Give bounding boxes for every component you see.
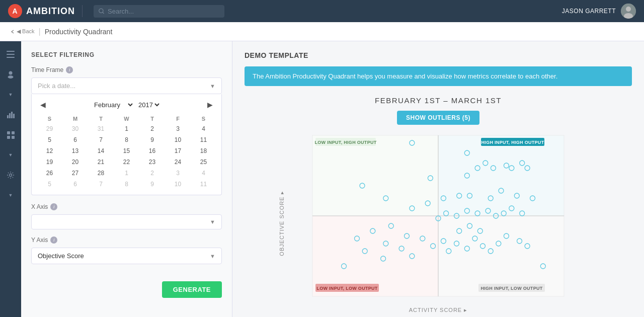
sidebar-icon-grid[interactable] [2, 126, 20, 144]
calendar-day[interactable]: 22 [114, 156, 139, 168]
svg-rect-19 [312, 135, 438, 216]
calendar-day[interactable]: 1 [114, 123, 139, 134]
search-bar[interactable] [94, 5, 224, 18]
y-axis-arrow-icon: ▼ [210, 253, 215, 259]
x-axis-chart-label: Activity Score ▸ [245, 307, 632, 313]
calendar-day[interactable]: 3 [165, 168, 191, 179]
nav-right: Jason Garrett [562, 4, 636, 19]
calendar-grid: S M T W T F S 29303112345678910111213141… [37, 114, 216, 190]
calendar-day[interactable]: 16 [139, 145, 165, 156]
col-sat: S [191, 114, 216, 123]
sidebar-icons: ▼ ▼ ▼ [0, 41, 21, 317]
svg-rect-20 [438, 135, 564, 216]
calendar-day[interactable]: 21 [88, 156, 114, 168]
svg-rect-11 [9, 113, 11, 118]
calendar-day[interactable]: 30 [62, 123, 88, 134]
col-fri: F [165, 114, 191, 123]
calendar-day[interactable]: 20 [62, 156, 88, 168]
avatar [621, 4, 636, 19]
calendar-day[interactable]: 1 [114, 168, 139, 179]
calendar-day[interactable]: 17 [165, 145, 191, 156]
calendar-day[interactable]: 18 [191, 145, 216, 156]
calendar-day[interactable]: 4 [191, 168, 216, 179]
calendar-month-year: January February March April May June Ju… [92, 101, 161, 109]
y-axis-chart-label: Objective Score ▸ [279, 191, 285, 256]
calendar-day[interactable]: 2 [139, 123, 165, 134]
generate-button[interactable]: GENERATE [162, 281, 222, 298]
calendar-day[interactable]: 12 [37, 145, 62, 156]
sidebar-icon-menu[interactable] [2, 45, 20, 63]
calendar-day[interactable]: 6 [62, 134, 88, 145]
calendar-day[interactable]: 11 [191, 179, 216, 190]
svg-rect-15 [12, 131, 15, 134]
back-icon [10, 29, 15, 34]
x-axis-info-icon[interactable]: i [50, 203, 57, 210]
calendar-day[interactable]: 31 [88, 123, 114, 134]
breadcrumb-title: Productivity Quadrant [45, 28, 113, 36]
sidebar-icon-chevron-2[interactable]: ▼ [2, 146, 20, 164]
calendar-day[interactable]: 27 [62, 168, 88, 179]
svg-rect-5 [7, 51, 15, 52]
month-select[interactable]: January February March April May June Ju… [92, 101, 134, 109]
calendar-day[interactable]: 7 [88, 179, 114, 190]
calendar-day[interactable]: 10 [165, 134, 191, 145]
sidebar-icon-settings[interactable] [2, 166, 20, 184]
calendar-day[interactable]: 3 [165, 123, 191, 134]
calendar-day[interactable]: 28 [88, 168, 114, 179]
calendar-day[interactable]: 4 [191, 123, 216, 134]
demo-template-title: Demo Template [245, 51, 632, 59]
scatter-chart: LOW INPUT, HIGH OUTPUT HIGH INPUT, HIGH … [297, 133, 579, 304]
info-banner: The Ambition Productivity Quadrant helps… [245, 66, 632, 86]
calendar-day[interactable]: 9 [139, 179, 165, 190]
col-wed: W [114, 114, 139, 123]
calendar-prev-btn[interactable]: ◀ [37, 99, 49, 110]
calendar-day[interactable]: 29 [37, 123, 62, 134]
calendar-day[interactable]: 5 [37, 134, 62, 145]
sidebar-icon-user[interactable] [2, 65, 20, 84]
logo-icon: A [8, 4, 22, 18]
calendar-day[interactable]: 2 [139, 168, 165, 179]
filter-title: Select Filtering [31, 51, 222, 58]
back-link[interactable]: ◀ Back [10, 28, 35, 35]
svg-point-8 [9, 71, 13, 75]
x-axis-dropdown[interactable]: ▼ [31, 214, 222, 229]
calendar-day[interactable]: 8 [114, 179, 139, 190]
search-input[interactable] [108, 8, 219, 15]
calendar-day[interactable]: 9 [139, 134, 165, 145]
calendar-day[interactable]: 8 [114, 134, 139, 145]
x-axis-section: X Axis i ▼ [31, 203, 222, 229]
date-picker-dropdown[interactable]: Pick a date... ▼ [31, 77, 222, 94]
svg-rect-6 [7, 54, 15, 55]
time-frame-label: Time Frame i [31, 66, 222, 73]
y-axis-dropdown[interactable]: Objective Score ▼ [31, 248, 222, 264]
calendar-day[interactable]: 25 [191, 156, 216, 168]
calendar-container: ◀ January February March April May June … [31, 94, 222, 195]
col-thu: T [139, 114, 165, 123]
calendar-day[interactable]: 24 [165, 156, 191, 168]
outliers-button[interactable]: Show Outliers (5) [397, 111, 479, 125]
time-frame-info-icon[interactable]: i [66, 66, 73, 73]
year-select[interactable]: 2015 2016 2017 2018 [136, 101, 161, 109]
calendar-day[interactable]: 23 [139, 156, 165, 168]
calendar-header: ◀ January February March April May June … [37, 99, 216, 110]
calendar-day[interactable]: 10 [165, 179, 191, 190]
main-layout: ▼ ▼ ▼ Select Filtering Time Frame i [0, 41, 644, 317]
calendar-day[interactable]: 15 [114, 145, 139, 156]
sidebar-icon-chevron-1[interactable]: ▼ [2, 86, 20, 104]
calendar-next-btn[interactable]: ▶ [204, 99, 216, 110]
calendar-day[interactable]: 26 [37, 168, 62, 179]
col-sun: S [37, 114, 62, 123]
breadcrumb-separator: | [39, 27, 41, 36]
calendar-day[interactable]: 19 [37, 156, 62, 168]
calendar-day[interactable]: 6 [62, 179, 88, 190]
calendar-day[interactable]: 14 [88, 145, 114, 156]
svg-point-0 [99, 9, 103, 13]
svg-point-3 [626, 7, 631, 12]
calendar-day[interactable]: 13 [62, 145, 88, 156]
sidebar-icon-chart[interactable] [2, 106, 20, 124]
calendar-day[interactable]: 5 [37, 179, 62, 190]
y-axis-info-icon[interactable]: i [50, 236, 57, 244]
calendar-day[interactable]: 11 [191, 134, 216, 145]
calendar-day[interactable]: 7 [88, 134, 114, 145]
sidebar-icon-chevron-3[interactable]: ▼ [2, 186, 20, 204]
